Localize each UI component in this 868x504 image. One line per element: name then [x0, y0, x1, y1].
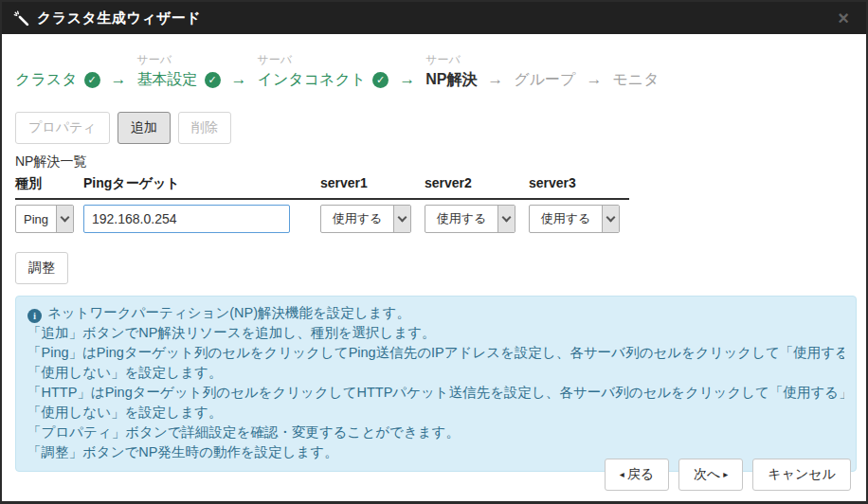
server1-select-value: 使用する	[321, 206, 393, 232]
type-select-value: Ping	[16, 206, 56, 232]
np-list-title: NP解決一覧	[15, 153, 853, 171]
step-label: 基本設定	[137, 70, 198, 90]
step-cluster[interactable]: クラスタ✓	[15, 51, 100, 91]
info-line: 「Ping」はPingターゲット列のセルをクリックしてPing送信先のIPアドレ…	[27, 343, 844, 363]
chevron-down-icon	[393, 206, 410, 232]
step-sublabel	[514, 51, 575, 68]
info-text: ネットワークパーティション(NP)解決機能を設定します。	[47, 305, 410, 320]
delete-button[interactable]: 削除	[178, 112, 231, 144]
column-header-server3: server3	[529, 175, 629, 192]
step-server-interconnect[interactable]: サーバ インタコネクト✓	[258, 51, 389, 91]
titlebar: クラスタ生成ウィザード ×	[2, 2, 866, 34]
adjust-button[interactable]: 調整	[15, 252, 68, 284]
column-header-ping-target: Pingターゲット	[83, 175, 320, 192]
step-sublabel: サーバ	[258, 51, 389, 68]
info-icon: i	[27, 309, 42, 323]
step-sublabel: サーバ	[425, 51, 477, 68]
check-icon: ✓	[205, 72, 221, 88]
server1-select[interactable]: 使用する	[320, 205, 411, 233]
arrow-right-icon: →	[111, 68, 127, 91]
step-sublabel	[15, 51, 100, 68]
info-line: 「使用しない」を設定します。	[27, 363, 844, 383]
back-button[interactable]: ◂戻る	[605, 459, 669, 491]
step-np-resolution[interactable]: サーバ NP解決	[425, 51, 477, 91]
step-sublabel: サーバ	[137, 51, 221, 68]
check-icon: ✓	[372, 72, 389, 88]
server2-select[interactable]: 使用する	[425, 205, 515, 233]
toolbar: プロパティ 追加 削除	[15, 112, 853, 144]
next-button-label: 次へ	[694, 466, 720, 481]
magic-wand-icon	[13, 10, 29, 27]
server2-select-value: 使用する	[425, 206, 497, 232]
footer: ◂戻る 次へ▸ キャンセル	[605, 459, 851, 491]
cancel-button[interactable]: キャンセル	[752, 459, 851, 491]
column-header-server2: server2	[425, 175, 529, 192]
np-table-row: Ping 使用する 使用する 使用す	[15, 200, 629, 239]
arrow-right-icon: →	[231, 68, 247, 91]
next-button[interactable]: 次へ▸	[678, 459, 743, 491]
np-table-header: 種別 Pingターゲット server1 server2 server3	[15, 175, 629, 200]
info-box: iネットワークパーティション(NP)解決機能を設定します。 「追加」ボタンでNP…	[15, 296, 857, 472]
back-button-label: 戻る	[627, 466, 654, 481]
server3-select-value: 使用する	[530, 206, 602, 232]
chevron-down-icon	[497, 206, 515, 232]
np-table: 種別 Pingターゲット server1 server2 server3 Pin…	[15, 175, 629, 239]
dialog-title: クラスタ生成ウィザード	[37, 9, 201, 27]
step-label: グループ	[514, 70, 575, 90]
check-icon: ✓	[84, 72, 100, 88]
arrow-right-icon: →	[586, 68, 602, 91]
info-line: 「使用しない」を設定します。	[27, 403, 844, 423]
ping-target-input[interactable]	[83, 205, 290, 233]
step-label: クラスタ	[15, 70, 78, 90]
info-line: 「HTTP」はPingターゲット列のセルをクリックしてHTTPパケット送信先を設…	[27, 383, 844, 403]
triangle-right-icon: ▸	[723, 469, 728, 479]
info-line: 「プロパティ」ボタンで詳細設定を確認・変更することができます。	[27, 423, 844, 442]
step-label: NP解決	[425, 70, 477, 90]
step-label: モニタ	[612, 70, 659, 90]
chevron-down-icon	[56, 206, 73, 232]
adjust-area: 調整	[15, 252, 853, 284]
type-select[interactable]: Ping	[15, 205, 74, 233]
info-line: iネットワークパーティション(NP)解決機能を設定します。	[27, 303, 844, 323]
step-server-basic[interactable]: サーバ 基本設定✓	[137, 51, 221, 91]
step-sublabel	[612, 51, 659, 68]
close-icon[interactable]: ×	[832, 7, 855, 29]
column-header-server1: server1	[320, 175, 425, 192]
arrow-right-icon: →	[487, 68, 503, 91]
server3-select[interactable]: 使用する	[529, 205, 620, 233]
add-button[interactable]: 追加	[118, 112, 171, 144]
info-line: 「追加」ボタンでNP解決リソースを追加し、種別を選択します。	[27, 323, 844, 343]
wizard-stepper: クラスタ✓ → サーバ 基本設定✓ → サーバ インタコネクト✓ → サーバ N…	[2, 34, 866, 91]
cluster-wizard-dialog: クラスタ生成ウィザード × クラスタ✓ → サーバ 基本設定✓ → サーバ イン…	[0, 0, 868, 504]
step-monitor[interactable]: モニタ	[612, 51, 659, 91]
column-header-type: 種別	[15, 175, 83, 192]
step-group[interactable]: グループ	[514, 51, 575, 91]
chevron-down-icon	[602, 206, 619, 232]
triangle-left-icon: ◂	[620, 469, 624, 479]
step-label: インタコネクト	[258, 70, 367, 90]
properties-button[interactable]: プロパティ	[15, 112, 110, 144]
arrow-right-icon: →	[399, 68, 415, 91]
